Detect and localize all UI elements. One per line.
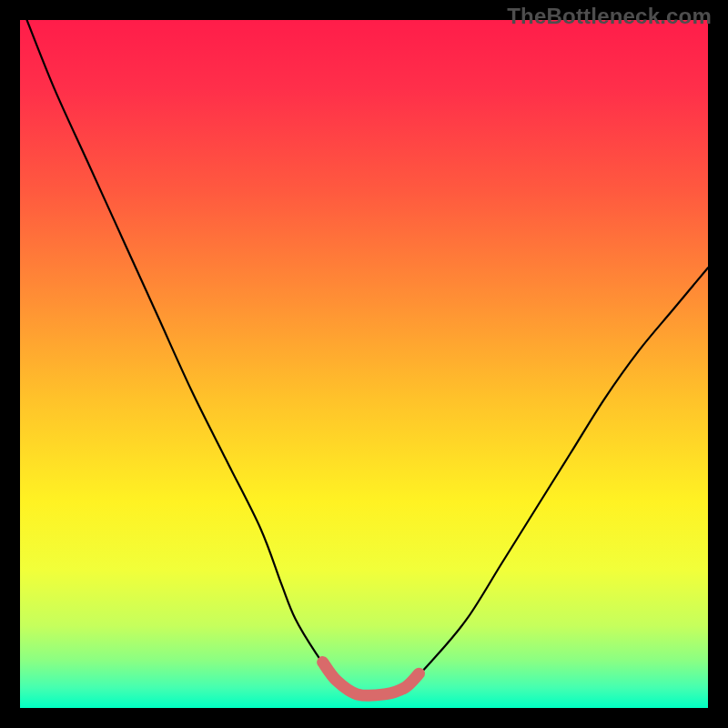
chart-frame: TheBottleneck.com	[0, 0, 728, 728]
curve-layer	[20, 20, 708, 708]
bottleneck-curve	[27, 20, 708, 695]
plot-area	[20, 20, 708, 708]
highlight-segment	[323, 662, 420, 696]
watermark-text: TheBottleneck.com	[507, 4, 712, 29]
